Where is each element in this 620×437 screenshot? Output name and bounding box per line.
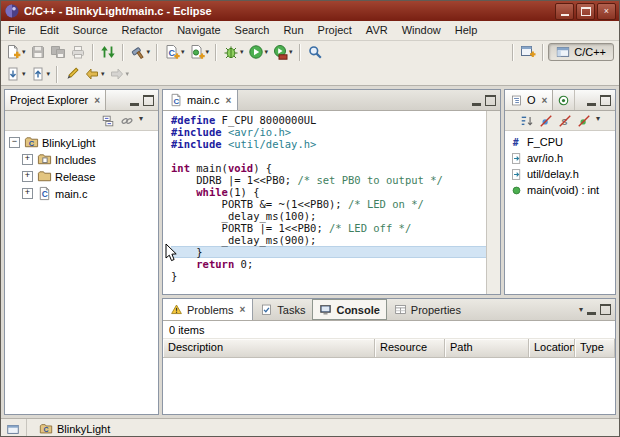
tree-item-includes[interactable]: +Includes [5, 151, 158, 168]
maximize-view-button[interactable] [600, 95, 611, 106]
close-view-icon[interactable]: × [542, 95, 548, 106]
view-menu-button[interactable]: ▾ [594, 111, 612, 130]
window-maximize-button[interactable] [576, 3, 595, 20]
dropdown-arrow-icon[interactable]: ▾ [265, 48, 269, 56]
dropdown-arrow-icon[interactable]: ▾ [22, 70, 26, 78]
new-class-button[interactable]: ▾ [187, 41, 212, 63]
expand-toggle-icon[interactable]: + [22, 188, 33, 199]
dropdown-arrow-icon[interactable]: ▾ [289, 48, 293, 56]
new-wizard-button[interactable]: ▾ [3, 41, 28, 63]
column-header-path[interactable]: Path [445, 339, 529, 357]
minimize-editor-button[interactable] [472, 95, 481, 106]
fast-view-bar[interactable] [1, 419, 27, 437]
perspective-cpp-button[interactable]: C/C++ [548, 43, 614, 61]
column-header-resource[interactable]: Resource [375, 339, 445, 357]
print-button[interactable] [68, 41, 88, 63]
menu-source[interactable]: Source [66, 21, 115, 40]
menu-search[interactable]: Search [228, 21, 277, 40]
tree-item-blinkylight[interactable]: −CBlinkyLight [5, 134, 158, 151]
external-tools-button[interactable]: ▾ [270, 41, 295, 63]
hide-static-members-button[interactable]: S [556, 111, 574, 130]
menu-run[interactable]: Run [276, 21, 310, 40]
menu-navigate[interactable]: Navigate [170, 21, 227, 40]
tree-item-main-c[interactable]: +Cmain.c [5, 185, 158, 202]
maximize-view-button[interactable] [143, 95, 154, 106]
code-line: int main(void) { [171, 162, 487, 174]
expand-toggle-icon[interactable]: + [22, 154, 33, 165]
tab-tasks[interactable]: Tasks [253, 299, 312, 320]
close-icon: × [604, 6, 609, 16]
dropdown-arrow-icon[interactable]: ▾ [22, 48, 26, 56]
collapse-toggle-icon[interactable]: − [9, 137, 20, 148]
dropdown-arrow-icon[interactable]: ▾ [126, 70, 130, 78]
close-tab-icon[interactable]: × [225, 95, 231, 106]
problems-table-body[interactable] [163, 358, 615, 414]
dropdown-arrow-icon[interactable]: ▾ [181, 48, 185, 56]
close-tab-icon[interactable]: × [239, 304, 245, 315]
menu-edit[interactable]: Edit [33, 21, 66, 40]
hide-fields-button[interactable] [537, 111, 555, 130]
maximize-editor-button[interactable] [485, 95, 496, 106]
problems-view: Problems×TasksConsoleProperties ▾ 0 item… [162, 298, 616, 415]
minimize-view-button[interactable] [587, 304, 596, 315]
editor-tab-main-c[interactable]: C main.c × [163, 90, 238, 110]
tree-item-release[interactable]: +Release [5, 168, 158, 185]
next-annotation-button[interactable]: ▾ [3, 63, 28, 85]
search-button[interactable] [305, 41, 325, 63]
make-targets-tab[interactable] [553, 90, 575, 110]
window-close-button[interactable]: × [597, 3, 616, 20]
dropdown-arrow-icon[interactable]: ▾ [101, 70, 105, 78]
link-with-editor-button[interactable] [118, 111, 136, 130]
outline-tab[interactable]: O × [505, 90, 553, 110]
column-header-type[interactable]: Type [575, 339, 615, 357]
save-button[interactable] [28, 41, 48, 63]
expand-toggle-icon[interactable]: + [22, 171, 33, 182]
menu-avr[interactable]: AVR [359, 21, 395, 40]
window-minimize-button[interactable] [555, 3, 574, 20]
menu-window[interactable]: Window [395, 21, 448, 40]
menu-help[interactable]: Help [448, 21, 485, 40]
open-perspective-button[interactable] [518, 41, 538, 63]
last-edit-location-button[interactable] [62, 63, 82, 85]
debug-button[interactable]: ▾ [221, 41, 246, 63]
new-c-file-button[interactable]: C▾ [162, 41, 187, 63]
tab-properties[interactable]: Properties [387, 299, 468, 320]
outline-item-main-void-int[interactable]: main(void) : int [505, 182, 615, 198]
outline-list[interactable]: #F_CPUavr/io.hutil/delay.hmain(void) : i… [505, 131, 615, 294]
build-button[interactable]: ▾ [128, 41, 153, 63]
view-menu-button[interactable]: ▾ [579, 305, 583, 314]
minimize-view-button[interactable] [587, 95, 596, 106]
minimize-view-button[interactable] [130, 95, 139, 106]
hide-non-public-button[interactable] [575, 111, 593, 130]
dropdown-arrow-icon[interactable]: ▾ [240, 48, 244, 56]
c-project-icon: C [24, 135, 39, 150]
tab-problems[interactable]: Problems× [163, 299, 253, 320]
back-button[interactable]: ▾ [82, 63, 107, 85]
previous-annotation-button[interactable]: ▾ [28, 63, 53, 85]
collapse-all-button[interactable] [99, 111, 117, 130]
save-all-button[interactable] [48, 41, 68, 63]
avr-upload-button[interactable] [98, 41, 118, 63]
close-view-icon[interactable]: × [94, 95, 100, 106]
dropdown-arrow-icon[interactable]: ▾ [206, 48, 210, 56]
menu-file[interactable]: File [1, 21, 33, 40]
dropdown-arrow-icon[interactable]: ▾ [147, 48, 151, 56]
run-button[interactable]: ▾ [246, 41, 271, 63]
code-editor[interactable]: #define F_CPU 8000000UL#include <avr/io.… [163, 111, 500, 294]
view-menu-button[interactable]: ▾ [137, 111, 155, 130]
project-tree[interactable]: −CBlinkyLight+Includes+Release+Cmain.c [5, 131, 158, 414]
tab-console[interactable]: Console [312, 299, 386, 320]
outline-item-avr-io-h[interactable]: avr/io.h [505, 150, 615, 166]
project-explorer-tab[interactable]: Project Explorer × [5, 90, 106, 110]
outline-item-util-delay-h[interactable]: util/delay.h [505, 166, 615, 182]
column-header-location[interactable]: Location [529, 339, 575, 357]
overview-ruler[interactable] [486, 111, 500, 294]
menu-project[interactable]: Project [311, 21, 359, 40]
dropdown-arrow-icon[interactable]: ▾ [47, 70, 51, 78]
menu-refactor[interactable]: Refactor [115, 21, 171, 40]
column-header-description[interactable]: Description [163, 339, 375, 357]
maximize-view-button[interactable] [600, 304, 611, 315]
forward-button[interactable]: ▾ [107, 63, 132, 85]
outline-item-f-cpu[interactable]: #F_CPU [505, 134, 615, 150]
sort-button[interactable] [518, 111, 536, 130]
